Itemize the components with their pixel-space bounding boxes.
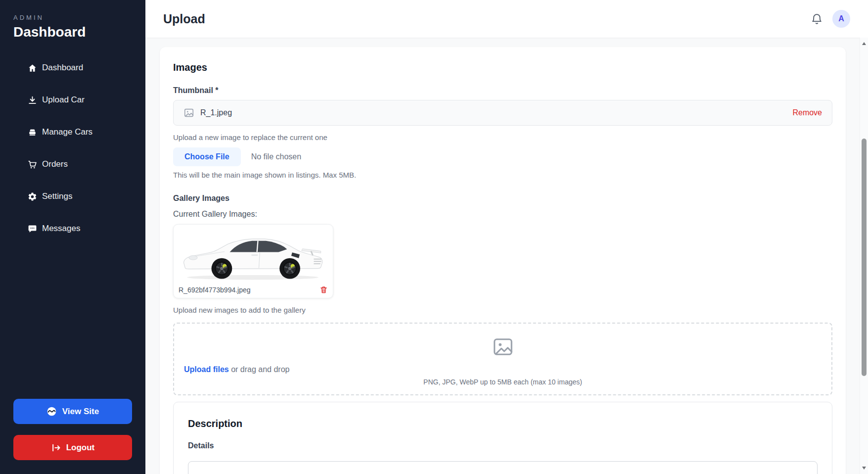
description-title: Description xyxy=(188,418,818,429)
sidebar: ADMIN Dashboard Dashboard Upload Car Man… xyxy=(0,0,145,474)
current-gallery-label: Current Gallery Images: xyxy=(173,210,832,219)
scrollbar-down-arrow[interactable] xyxy=(862,467,866,470)
sidebar-item-upload-car[interactable]: Upload Car xyxy=(13,88,132,112)
logout-icon xyxy=(51,443,61,453)
gear-icon xyxy=(28,192,37,201)
sidebar-item-manage-cars[interactable]: Manage Cars xyxy=(13,120,132,144)
gallery-image-preview xyxy=(177,228,330,284)
sidebar-item-dashboard[interactable]: Dashboard xyxy=(13,56,132,80)
image-icon xyxy=(183,107,194,118)
gallery-image-card: R_692bf4773b994.jpeg xyxy=(173,224,333,298)
brand-title: Dashboard xyxy=(13,24,132,40)
sidebar-item-label: Messages xyxy=(42,224,80,234)
header-actions: A xyxy=(811,10,850,28)
sidebar-spacer xyxy=(13,240,132,399)
logout-button[interactable]: Logout xyxy=(13,435,132,460)
file-input-status: No file chosen xyxy=(251,152,301,161)
app-root: ADMIN Dashboard Dashboard Upload Car Man… xyxy=(0,0,868,474)
details-label: Details xyxy=(188,441,818,450)
brand-label: ADMIN xyxy=(13,14,132,21)
file-input-row: Choose File No file chosen xyxy=(173,147,832,166)
sidebar-item-settings[interactable]: Settings xyxy=(13,185,132,208)
scrollbar-up-arrow[interactable] xyxy=(862,42,866,45)
home-icon xyxy=(28,63,37,73)
globe-logo-icon xyxy=(46,406,57,417)
replace-hint: Upload a new image to replace the curren… xyxy=(173,133,832,142)
thumbnail-filename: R_1.jpeg xyxy=(200,108,232,117)
images-section-title: Images xyxy=(173,62,832,73)
sidebar-nav: Dashboard Upload Car Manage Cars Orders … xyxy=(13,56,132,240)
logout-label: Logout xyxy=(66,443,95,453)
sidebar-item-label: Dashboard xyxy=(42,63,83,73)
main-area: Upload A Images Thumbnail * R_1.jpeg Rem… xyxy=(145,0,868,474)
car-photo xyxy=(178,228,329,284)
sidebar-item-label: Orders xyxy=(42,159,68,169)
car-icon xyxy=(28,128,37,137)
sidebar-item-messages[interactable]: Messages xyxy=(13,217,132,240)
view-site-label: View Site xyxy=(62,407,99,417)
drag-drop-text: or drag and drop xyxy=(229,365,290,374)
gallery-hint: Upload new images to add to the gallery xyxy=(173,306,832,314)
current-thumbnail-row: R_1.jpeg Remove xyxy=(173,100,832,126)
dropzone-text: Upload files or drag and drop xyxy=(184,365,289,374)
dropzone-formats-text: PNG, JPG, WebP up to 5MB each (max 10 im… xyxy=(174,378,831,386)
details-textarea[interactable] xyxy=(188,461,818,474)
vertical-scrollbar xyxy=(860,38,868,474)
trash-icon[interactable] xyxy=(320,285,328,294)
avatar-initial: A xyxy=(838,14,844,23)
page-title: Upload xyxy=(163,12,205,26)
avatar[interactable]: A xyxy=(832,10,850,28)
gallery-image-caption: R_692bf4773b994.jpeg xyxy=(177,284,330,295)
top-header: Upload A xyxy=(145,0,868,38)
thumbnail-label: Thumbnail * xyxy=(173,86,832,95)
gallery-dropzone[interactable]: Upload files or drag and drop PNG, JPG, … xyxy=(173,323,832,395)
view-site-button[interactable]: View Site xyxy=(13,399,132,424)
image-placeholder-icon xyxy=(492,335,514,358)
remove-thumbnail-link[interactable]: Remove xyxy=(792,108,822,117)
sidebar-item-label: Manage Cars xyxy=(42,127,92,137)
scrollbar-thumb[interactable] xyxy=(862,139,867,376)
sidebar-item-label: Settings xyxy=(42,191,72,201)
content-scroll-area: Images Thumbnail * R_1.jpeg Remove Uploa… xyxy=(145,38,868,474)
upload-form-card: Images Thumbnail * R_1.jpeg Remove Uploa… xyxy=(160,47,846,474)
sidebar-item-orders[interactable]: Orders xyxy=(13,152,132,176)
description-section: Description Details xyxy=(173,402,832,474)
thumbnail-help-text: This will be the main image shown in lis… xyxy=(173,171,832,179)
choose-file-button[interactable]: Choose File xyxy=(173,147,241,166)
gallery-image-filename: R_692bf4773b994.jpeg xyxy=(179,286,251,294)
sidebar-item-label: Upload Car xyxy=(42,95,85,105)
upload-files-link[interactable]: Upload files xyxy=(184,365,229,374)
chat-icon xyxy=(28,224,37,234)
upload-icon xyxy=(28,95,37,105)
cart-icon xyxy=(28,160,37,169)
gallery-images-label: Gallery Images xyxy=(173,194,832,203)
bell-icon[interactable] xyxy=(811,13,823,25)
